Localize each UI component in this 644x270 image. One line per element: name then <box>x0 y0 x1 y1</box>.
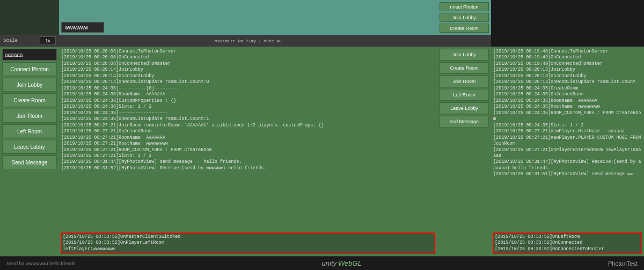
center-log-text: [2019/10/25 00:20:03]ConnectToPhotonServ… <box>61 49 435 232</box>
unity-logo: unity WebGL <box>322 259 362 267</box>
scale-input[interactable] <box>40 36 56 45</box>
top-center-teal: wwwwww <box>59 0 437 35</box>
top-right-buttons-area: nnect Photon Join Lobby Create Room <box>437 0 491 35</box>
join-lobby-button[interactable]: Join Lobby <box>2 78 57 92</box>
top-center-input[interactable]: wwwwww <box>61 22 104 33</box>
far-top-right <box>491 0 644 35</box>
scale-label: Scale <box>3 38 18 43</box>
right-buttons-panel: Join Lobby Create Room Join Room Left Ro… <box>437 47 491 256</box>
create-room-button[interactable]: Create Room <box>2 93 57 107</box>
far-right-log-text: [2019/10/25 00:19:48]ConnectToPhotonServ… <box>493 49 642 232</box>
r-leave-lobby-button[interactable]: Leave Lobby <box>440 102 489 114</box>
scale-bar: Scale <box>0 35 59 47</box>
scale-bar-center: Maximize On Play | Mute Au <box>59 35 437 47</box>
webgl-label: WebGL <box>338 259 362 267</box>
send-message-button[interactable]: Send Message <box>2 155 57 169</box>
r-send-message-button[interactable]: end Message <box>440 116 489 128</box>
r-create-room-button[interactable]: Create Room <box>440 62 489 74</box>
r-join-lobby-button[interactable]: Join Lobby <box>440 49 489 61</box>
top-join-lobby-button[interactable]: Join Lobby <box>440 13 489 22</box>
maximize-label: Maximize On Play | Mute Au <box>215 39 282 43</box>
status-text: Send by wwwwww) hello friends <box>6 261 76 266</box>
join-room-button[interactable]: Join Room <box>2 109 57 123</box>
top-create-room-button[interactable]: Create Room <box>440 24 489 33</box>
connect-photon-button[interactable]: Connect Photon <box>2 62 57 76</box>
far-right-log: [2019/10/25 00:19:48]ConnectToPhotonServ… <box>491 47 644 256</box>
r-left-room-button[interactable]: Left Room <box>440 89 489 101</box>
center-log-highlight: [2019/10/25 00:33:52]OnMasterClientSwitc… <box>61 232 435 254</box>
left-room-button[interactable]: Left Room <box>2 124 57 138</box>
r-join-room-button[interactable]: Join Room <box>440 76 489 87</box>
far-right-log-highlight: [2019/10/25 00:33:52]OnLeftRoom [2019/10… <box>493 232 642 254</box>
bottom-bar: Send by wwwwww) hello friends unity WebG… <box>0 256 644 270</box>
photon-test-label: PhotonTest <box>608 260 638 267</box>
center-log: [2019/10/25 00:20:03]ConnectToPhotonServ… <box>59 47 437 256</box>
leave-lobby-button[interactable]: Leave Lobby <box>2 140 57 154</box>
unity-icon: unity <box>322 259 336 267</box>
left-panel: aaaaaa Connect Photon Join Lobby Create … <box>0 47 59 256</box>
top-left-dark <box>0 0 59 35</box>
top-connect-photon-button[interactable]: nnect Photon <box>440 2 489 11</box>
player-name-input[interactable]: aaaaaa <box>2 49 57 61</box>
